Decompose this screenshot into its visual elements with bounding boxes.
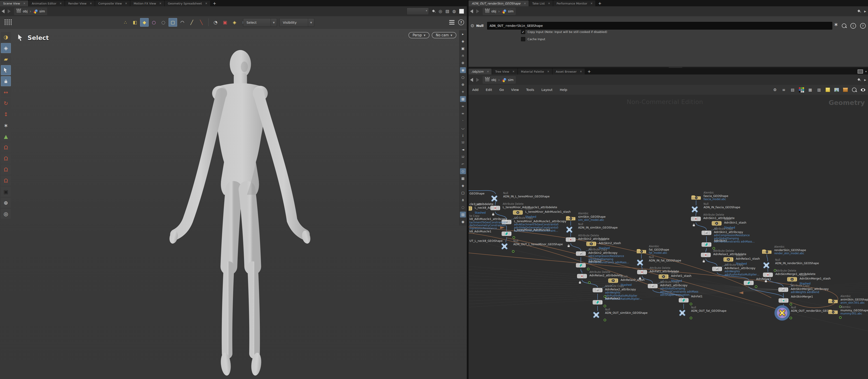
palette-icon[interactable] [799, 87, 804, 93]
network-node[interactable]: ✕Attribute DeleteL_teresMinor_AdnMuscle1… [490, 206, 500, 211]
network-node[interactable]: NullADN_OUT_renderSkin_GEOShape [778, 309, 786, 318]
network-node[interactable]: Alembicfascia_GEOShapefascia_model.abc [691, 194, 701, 201]
hooks-display-icon[interactable]: ◡ [460, 125, 466, 131]
back-icon[interactable] [2, 9, 4, 13]
tab-scene-view[interactable]: Scene View× [0, 0, 28, 6]
network-node[interactable]: L_teresMinor_AdnMuscle1 [501, 231, 512, 237]
render-flag-icon[interactable] [789, 317, 792, 319]
network-node[interactable]: AlembicrenderSkin_GEOShaperender_skin_mo… [762, 248, 772, 255]
select-contained-icon[interactable]: ▣ [221, 18, 229, 27]
menu-go[interactable]: Go [496, 88, 507, 92]
network-node[interactable]: NullADN_OUT_simSkin_GEOShape [592, 311, 600, 320]
close-icon[interactable]: × [205, 2, 208, 5]
tab-motion-fx-view[interactable]: Motion FX View× [130, 0, 164, 6]
network-node[interactable]: ⇄Attribute CopyAdnSkin2_attribcopyadnCom… [576, 251, 586, 257]
color-swatch[interactable] [459, 9, 464, 14]
prim-numbers-icon[interactable]: 12 [460, 154, 466, 160]
group-select-icon[interactable]: ▣ [460, 45, 466, 51]
close-icon[interactable]: × [23, 2, 26, 5]
thumbnails-icon[interactable]: ▦ [807, 87, 813, 93]
tab-adn-out-renderskin-geoshape[interactable]: ADN_OUT_renderSkin_GEOShape× [469, 0, 529, 6]
network-editor-canvas[interactable]: Non-Commercial Edition Geometry StashL_n… [469, 95, 868, 379]
render-flag-icon[interactable] [839, 316, 842, 319]
menu-tools[interactable]: Tools [523, 88, 538, 92]
network-node[interactable]: ✕Attribute DeleteAdnRelax1_attribdelete [701, 252, 711, 258]
select-whole-geometry-icon[interactable]: ◈ [230, 18, 239, 27]
network-node[interactable]: StashL_teresMinor_AdnMuscle1_stashStashe… [513, 210, 523, 216]
tab-take-list[interactable]: Take List× [529, 0, 553, 6]
tab-geometry-spreadsheet[interactable]: Geometry Spreadsheet× [165, 0, 210, 6]
select-prims-icon[interactable]: ◆ [140, 18, 149, 27]
breadcrumb-item-sim[interactable]: sim [502, 9, 514, 13]
render-flag-icon[interactable] [587, 268, 589, 270]
visualizer-pin-icon[interactable]: ◉ [460, 219, 466, 225]
wind-display-icon[interactable]: ⋔ [460, 197, 466, 203]
back-icon[interactable] [470, 9, 473, 13]
network-node[interactable]: AdnFat1 [678, 298, 689, 304]
tool-grid-icon[interactable] [4, 19, 12, 26]
collapse-arrow-icon[interactable]: ▾ [865, 69, 867, 73]
pins-display-icon[interactable]: ¡ [460, 132, 466, 138]
display-geometry-icon[interactable]: ◑ [1, 32, 11, 42]
select-mode-dropdown[interactable]: Select▼ [243, 18, 277, 27]
render-flag-icon[interactable] [755, 285, 757, 288]
menu-layout[interactable]: Layout [538, 88, 556, 92]
network-tools-icon[interactable]: ⚙ [772, 87, 778, 93]
pane-arrow-icon[interactable]: ▸ [864, 78, 866, 82]
dashed-guide-icon[interactable]: ◌ [460, 204, 466, 210]
points-display-icon[interactable]: · [460, 118, 466, 124]
gear-icon[interactable]: ⚙ [470, 23, 474, 28]
network-node[interactable]: StashAdnSkinMerge1_stashStashed [787, 277, 797, 283]
persp-button[interactable]: Persp▼ [408, 32, 430, 38]
network-node[interactable]: ⇄Attribute CopyAdnRelax1_attribcopyadnWe… [712, 267, 722, 272]
render-flag-icon[interactable] [604, 305, 606, 307]
snapshot-folder-icon[interactable]: ▰ [1, 54, 11, 64]
scene-viewport[interactable]: ◑◈▰↔↻↕∗▲ΩΩΩΩ▣⊕◎ Select Persp▼ No cam▼ [0, 29, 467, 379]
tab-animation-editor[interactable]: Animation Editor× [29, 0, 65, 6]
visibility-eye-icon[interactable] [860, 87, 866, 93]
pin-icon[interactable] [432, 9, 436, 13]
network-node[interactable]: NullADN_IN_fat_GEOShape [636, 259, 644, 267]
close-icon[interactable]: × [548, 2, 550, 5]
network-node[interactable]: Alembicmummy_GEOShapemummy.001.abc [828, 309, 838, 315]
close-icon[interactable]: × [524, 2, 526, 5]
layout-boxes-icon[interactable]: ▥ [816, 87, 822, 93]
tab-performance-monitor[interactable]: Performance Monitor× [553, 0, 595, 6]
network-node[interactable]: ✕Attribute DeleteAdnRelax2_attribdelete [577, 274, 587, 279]
menu-help[interactable]: Help [556, 88, 571, 92]
tab-asset-browser[interactable]: Asset Browser× [553, 69, 585, 74]
close-icon[interactable]: × [513, 70, 515, 73]
tab-render-view[interactable]: Render View× [65, 0, 95, 6]
node-name-input[interactable]: ADN_OUT_renderSkin_GEOShape [487, 22, 832, 30]
point-markers-icon[interactable]: ◄ [460, 147, 466, 152]
help-icon[interactable]: ? [458, 20, 464, 25]
network-node[interactable]: ✕Attribute DeleteAdnFat1_attribdelete [637, 270, 647, 275]
network-node[interactable]: ✕Attribute DeleteAdnSkin2_attribdelete [565, 237, 576, 243]
human-model[interactable] [160, 44, 319, 379]
pin-icon[interactable] [857, 9, 861, 13]
hidden-line-glasses-icon[interactable]: ∞ [460, 110, 466, 116]
render-flag-icon[interactable] [789, 303, 792, 306]
breadcrumb-item-sim[interactable]: sim [33, 9, 45, 13]
render-flag-icon[interactable] [690, 317, 692, 319]
render-flag-icon[interactable] [588, 281, 591, 284]
network-node[interactable]: Alembicfat_GEOShapefat_model.abc [636, 248, 647, 255]
network-node[interactable]: NullADN_OUT_L_teresMinor_GEOShape [501, 243, 508, 251]
snap-grid-magnet-icon[interactable]: Ω [1, 143, 11, 152]
background-image-icon[interactable] [834, 87, 839, 93]
tab--obj-sim[interactable]: /obj/sim× [469, 69, 492, 74]
headlight-icon[interactable]: ◉ [460, 67, 466, 73]
menu-edit[interactable]: Edit [482, 88, 496, 92]
grid-plane-icon[interactable]: ◈ [460, 38, 466, 44]
network-node[interactable]: NullADN_OUT_fat_GEOShape [678, 309, 686, 318]
network-node[interactable]: AdnSkin2 [576, 263, 586, 269]
current-operator-icon[interactable]: ◎ [439, 9, 442, 13]
pin-icon[interactable] [857, 78, 861, 82]
parameters-sliders-icon[interactable] [449, 20, 455, 25]
render-flag-icon[interactable] [513, 236, 515, 239]
select-shapes-icon[interactable]: ◍ [452, 9, 456, 13]
box-select-icon[interactable]: ▢ [168, 18, 177, 27]
pane-expand-icon[interactable]: ▸ [460, 31, 466, 37]
camera-button[interactable]: No cam▼ [432, 32, 456, 38]
pose-tool-icon[interactable]: ∗ [1, 120, 11, 130]
